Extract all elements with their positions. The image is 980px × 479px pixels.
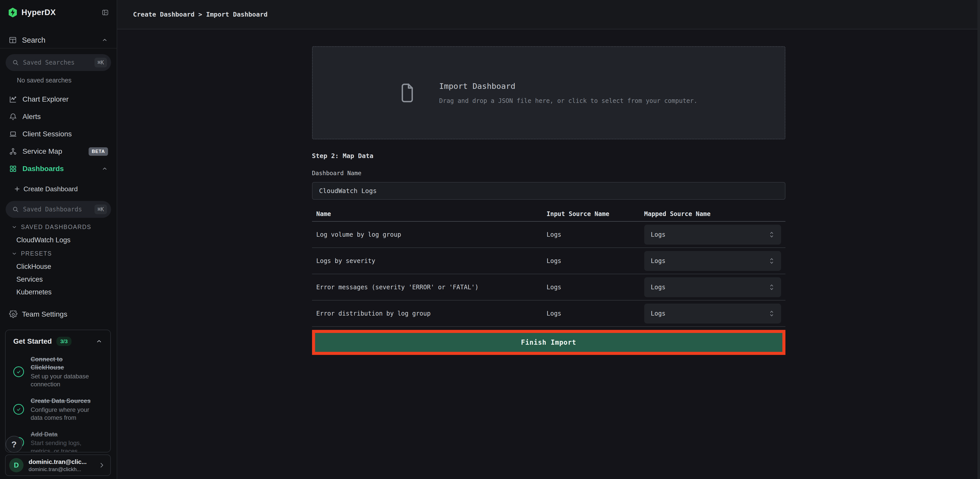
laptop-icon — [9, 130, 18, 138]
get-started-header: Get Started 3/3 — [13, 337, 103, 346]
sidebar-item-dashboards[interactable]: Dashboards — [6, 160, 111, 177]
sidebar-item-team-settings[interactable]: Team Settings — [6, 309, 111, 320]
service-map-icon — [9, 147, 18, 156]
search-section-label: Search — [22, 36, 45, 45]
mapped-source-select[interactable]: Logs — [644, 225, 781, 245]
sidebar-body: Saved Searches ⌘K No saved searches Char… — [0, 49, 117, 320]
search-section-icon — [9, 36, 17, 44]
avatar: D — [9, 458, 24, 473]
shortcut-badge: ⌘K — [94, 58, 107, 67]
input-source-cell: Logs — [547, 257, 644, 264]
breadcrumb[interactable]: Create Dashboard > Import Dashboard — [133, 11, 267, 18]
sidebar-item-label: Service Map — [22, 147, 62, 156]
no-saved-searches-text: No saved searches — [17, 76, 111, 84]
user-email: dominic.tran@clickh... — [29, 466, 87, 473]
chevron-right-icon — [98, 461, 105, 469]
chart-name-cell: Log volume by log group — [312, 231, 547, 238]
get-started-title: Get Started — [13, 337, 52, 345]
sidebar-item-label: Alerts — [22, 113, 41, 121]
content: Import Dashboard Drag and drop a JSON fi… — [117, 29, 980, 479]
chevron-down-icon — [11, 250, 18, 256]
get-started-item-connect[interactable]: Connect to ClickHouse Set up your databa… — [13, 355, 103, 388]
get-started-item-desc: Configure where your data comes from — [31, 406, 94, 422]
table-row: Error messages (severity 'ERROR' or 'FAT… — [312, 274, 786, 301]
saved-dashboards-input[interactable]: Saved Dashboards ⌘K — [6, 201, 111, 218]
dashboard-name-input[interactable] — [312, 182, 786, 200]
bell-icon — [9, 113, 18, 121]
select-chevrons-icon — [769, 257, 775, 265]
sidebar-item-alerts[interactable]: Alerts — [6, 108, 111, 126]
selected-value: Logs — [651, 284, 666, 291]
sidebar-item-clickhouse[interactable]: ClickHouse — [6, 262, 111, 271]
section-label: PRESETS — [21, 250, 52, 257]
hyperdx-logo-icon — [8, 7, 18, 18]
column-header-input-source: Input Source Name — [547, 210, 644, 218]
topbar: Create Dashboard > Import Dashboard — [117, 0, 980, 29]
help-button[interactable]: ? — [6, 436, 22, 453]
get-started-items: Connect to ClickHouse Set up your databa… — [13, 355, 103, 452]
get-started-progress-badge: 3/3 — [56, 337, 72, 346]
table-header-row: Name Input Source Name Mapped Source Nam… — [312, 207, 786, 222]
search-icon — [12, 206, 19, 213]
plus-icon — [14, 186, 21, 192]
scrollbar[interactable] — [977, 0, 980, 479]
sidebar-item-service-map[interactable]: Service Map BETA — [6, 143, 111, 160]
sidebar-item-search[interactable]: Search — [0, 32, 117, 49]
selected-value: Logs — [651, 257, 666, 264]
main-area: Create Dashboard > Import Dashboard Impo… — [117, 0, 980, 479]
saved-dashboards-section-header[interactable]: SAVED DASHBOARDS — [6, 223, 111, 232]
table-row: Error distribution by log group Logs Log… — [312, 301, 786, 327]
table-row: Log volume by log group Logs Logs — [312, 222, 786, 248]
sidebar-item-label: Client Sessions — [22, 130, 72, 138]
sidebar-header: HyperDX — [0, 0, 117, 25]
table-row: Logs by severity Logs Logs — [312, 248, 786, 274]
input-source-cell: Logs — [547, 310, 644, 317]
step-title: Step 2: Map Data — [312, 152, 786, 159]
check-circle-icon — [13, 404, 24, 415]
chevron-down-icon — [11, 224, 18, 230]
get-started-item-add-data[interactable]: Add Data Start sending logs, metrics, or… — [13, 430, 103, 452]
sidebar-item-cloudwatch-logs[interactable]: CloudWatch Logs — [6, 236, 111, 244]
get-started-item-desc: Start sending logs, metrics, or traces — [31, 439, 94, 452]
create-dashboard-button[interactable]: Create Dashboard — [6, 183, 111, 195]
column-header-name: Name — [312, 210, 547, 218]
chart-name-cell: Error messages (severity 'ERROR' or 'FAT… — [312, 284, 547, 291]
user-account-card[interactable]: D dominic.tran@clic... dominic.tran@clic… — [5, 455, 111, 476]
get-started-item-title: Add Data — [31, 430, 94, 438]
sidebar-item-services[interactable]: Services — [6, 275, 111, 284]
saved-searches-input[interactable]: Saved Searches ⌘K — [6, 54, 111, 71]
saved-dashboards-placeholder: Saved Dashboards — [23, 206, 82, 213]
shortcut-badge: ⌘K — [94, 205, 107, 214]
check-circle-icon — [13, 366, 24, 377]
chevron-up-icon — [101, 166, 108, 172]
file-icon — [400, 83, 415, 103]
sidebar-collapse-icon[interactable] — [102, 9, 108, 16]
selected-value: Logs — [651, 231, 666, 238]
create-dashboard-label: Create Dashboard — [24, 185, 78, 193]
column-header-mapped-source: Mapped Source Name — [644, 210, 786, 218]
select-chevrons-icon — [769, 231, 775, 239]
app-title: HyperDX — [21, 8, 56, 17]
dashboards-icon — [9, 165, 18, 173]
import-dropzone[interactable]: Import Dashboard Drag and drop a JSON fi… — [312, 46, 786, 139]
get-started-item-desc: Set up your database connection — [31, 372, 94, 388]
presets-section-header[interactable]: PRESETS — [6, 249, 111, 258]
gear-icon — [9, 310, 18, 318]
chevron-up-icon[interactable] — [95, 338, 103, 345]
sidebar-item-label: Chart Explorer — [22, 95, 69, 103]
mapped-source-select[interactable]: Logs — [644, 277, 781, 297]
selected-value: Logs — [651, 310, 666, 317]
get-started-item-sources[interactable]: Create Data Sources Configure where your… — [13, 397, 103, 422]
dropzone-subtitle: Drag and drop a JSON file here, or click… — [439, 97, 697, 104]
mapped-source-select[interactable]: Logs — [644, 304, 781, 323]
sidebar-item-kubernetes[interactable]: Kubernetes — [6, 288, 111, 296]
sidebar-item-client-sessions[interactable]: Client Sessions — [6, 126, 111, 143]
select-chevrons-icon — [769, 283, 775, 291]
sidebar-item-chart-explorer[interactable]: Chart Explorer — [6, 91, 111, 108]
chart-name-cell: Logs by severity — [312, 257, 547, 264]
get-started-panel: Get Started 3/3 Connect to ClickHouse Se… — [5, 329, 111, 452]
finish-import-button[interactable]: Finish Import — [315, 333, 783, 352]
input-source-cell: Logs — [547, 284, 644, 291]
mapped-source-select[interactable]: Logs — [644, 251, 781, 271]
annotation-highlight: Finish Import — [312, 330, 786, 355]
